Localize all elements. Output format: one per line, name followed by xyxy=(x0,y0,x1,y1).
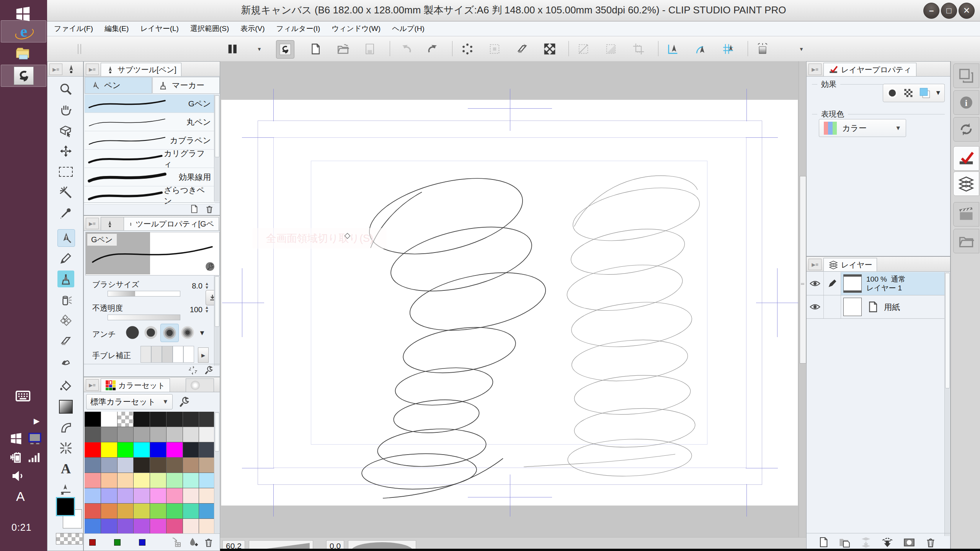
figure-tool[interactable] xyxy=(57,419,74,436)
gradient-tool[interactable] xyxy=(57,398,74,415)
tab-marker-group[interactable]: マーカー xyxy=(152,77,220,94)
tool-property-menu-button[interactable]: ▶≡ xyxy=(86,218,99,229)
menu-item-4[interactable]: 表示(V) xyxy=(240,24,265,34)
marquee-tool[interactable] xyxy=(57,163,74,180)
open-file-button[interactable] xyxy=(334,40,352,58)
color-swatch-39[interactable] xyxy=(199,473,215,488)
detail-settings-wrench-icon[interactable] xyxy=(204,365,214,376)
tray-expand-arrow[interactable]: ▶ xyxy=(34,416,39,425)
color-swatch-44[interactable] xyxy=(150,488,166,503)
color-swatch-51[interactable] xyxy=(134,504,150,518)
antialias-weak-button[interactable] xyxy=(142,324,160,341)
brush-item-4[interactable]: 効果線用 xyxy=(85,168,215,186)
minimize-button[interactable]: – xyxy=(923,3,939,19)
color-swatch-1[interactable] xyxy=(101,412,117,427)
color-swatch-46[interactable] xyxy=(183,488,199,503)
layer-row[interactable]: 100 % 通常 レイヤー 1 xyxy=(807,272,946,295)
tone-effect-icon[interactable] xyxy=(902,86,915,99)
history-chip[interactable] xyxy=(139,539,145,546)
open-clipstudio-button[interactable] xyxy=(276,40,294,59)
color-swatch-26[interactable] xyxy=(118,458,134,473)
color-swatch-22[interactable] xyxy=(183,442,199,457)
pen-tool[interactable] xyxy=(57,229,75,247)
color-swatch-7[interactable] xyxy=(199,412,215,427)
color-swatch-0[interactable] xyxy=(85,412,101,427)
color-swatch-2[interactable] xyxy=(118,412,134,427)
stabilize-expand-button[interactable]: ▶ xyxy=(198,347,209,363)
color-swatch-13[interactable] xyxy=(167,427,183,442)
layer-property-tab[interactable]: レイヤープロパティ xyxy=(823,63,916,76)
history-chip[interactable] xyxy=(114,539,121,546)
saturated-line-tool[interactable] xyxy=(57,440,74,456)
color-swatch-3[interactable] xyxy=(134,412,150,427)
save-button[interactable] xyxy=(361,40,379,58)
brush-size-slider[interactable] xyxy=(108,291,180,297)
color-swatch-19[interactable] xyxy=(134,442,150,457)
color-swatch-60[interactable] xyxy=(150,519,166,534)
color-swatch-11[interactable] xyxy=(134,427,150,442)
color-swatch-45[interactable] xyxy=(167,488,183,503)
color-swatch-18[interactable] xyxy=(118,442,134,457)
antialias-middle-button[interactable] xyxy=(160,324,179,342)
menu-item-2[interactable]: レイヤー(L) xyxy=(140,24,179,34)
color-swatch-6[interactable] xyxy=(183,412,199,427)
crop-button[interactable] xyxy=(630,40,647,58)
border-effect-icon[interactable] xyxy=(886,86,898,99)
replace-color-icon[interactable] xyxy=(171,536,182,548)
canvas-scrollbar-thumb[interactable] xyxy=(800,176,806,364)
brush-item-5[interactable]: ざらつきペン xyxy=(85,186,215,205)
tray-signal-icon[interactable] xyxy=(27,450,41,465)
rail-material-tab[interactable] xyxy=(953,229,979,253)
auto-select-tool[interactable] xyxy=(57,184,74,201)
move-layer-tool[interactable] xyxy=(57,143,74,160)
layer-row[interactable]: 用紙 xyxy=(807,295,946,319)
tool-palette-menu-button[interactable]: ▶≡ xyxy=(49,64,62,75)
tool-property-scrollbar[interactable] xyxy=(214,276,219,366)
color-swatch-36[interactable] xyxy=(150,473,166,488)
color-swatch-24[interactable] xyxy=(85,458,101,473)
color-swatch-30[interactable] xyxy=(183,458,199,473)
color-swatch-35[interactable] xyxy=(134,473,150,488)
brush-item-2[interactable]: カブラペン xyxy=(85,131,215,150)
history-chip[interactable] xyxy=(89,539,96,546)
fill-tool[interactable] xyxy=(57,378,74,395)
transparent-color-swatch[interactable] xyxy=(56,533,83,544)
new-file-button[interactable] xyxy=(307,40,324,58)
brush-tool[interactable] xyxy=(57,271,74,287)
color-swatch-59[interactable] xyxy=(134,519,150,534)
color-swatch-5[interactable] xyxy=(167,412,183,427)
merge-down-icon[interactable] xyxy=(859,536,872,549)
color-swatch-41[interactable] xyxy=(101,488,117,503)
color-swatch-32[interactable] xyxy=(85,473,101,488)
new-layer-icon[interactable] xyxy=(817,536,830,548)
color-swatch-14[interactable] xyxy=(183,427,199,442)
layer-info-cell[interactable]: 100 % 通常 レイヤー 1 xyxy=(841,272,949,295)
reset-settings-icon[interactable] xyxy=(188,365,198,376)
tab-pen-group[interactable]: ペン xyxy=(85,77,152,94)
menu-item-5[interactable]: フィルター(I) xyxy=(276,24,320,34)
color-swatch-49[interactable] xyxy=(101,504,117,518)
antialias-strong-button[interactable] xyxy=(179,324,196,341)
color-swatch-15[interactable] xyxy=(199,427,215,442)
delete-subtool-icon[interactable] xyxy=(204,204,214,214)
maximize-button[interactable]: □ xyxy=(941,3,957,19)
layer-editing-cell[interactable] xyxy=(824,295,841,318)
color-swatch-54[interactable] xyxy=(183,504,199,518)
redo-button[interactable] xyxy=(424,40,442,58)
create-subtool-icon[interactable] xyxy=(189,204,199,214)
snap-grid-button[interactable] xyxy=(719,40,737,58)
opacity-stepper[interactable]: ▲▼ xyxy=(205,305,209,313)
layer-visibility-cell[interactable] xyxy=(807,295,824,318)
color-swatch-8[interactable] xyxy=(85,427,101,442)
color-set-scrollbar[interactable] xyxy=(214,412,219,534)
snap-ruler-button[interactable] xyxy=(664,40,682,58)
clear-selection-button[interactable] xyxy=(513,40,531,58)
reselect-button[interactable] xyxy=(486,40,503,58)
layer-editing-cell[interactable] xyxy=(824,272,841,295)
brush-size-stepper[interactable]: ▲▼ xyxy=(205,282,209,289)
canvas-vertical-scrollbar[interactable] xyxy=(799,61,807,537)
add-color-icon[interactable] xyxy=(187,536,198,548)
opacity-slider[interactable] xyxy=(108,315,180,320)
color-swatch-47[interactable] xyxy=(199,488,215,503)
layer-color-icon[interactable] xyxy=(918,86,931,100)
